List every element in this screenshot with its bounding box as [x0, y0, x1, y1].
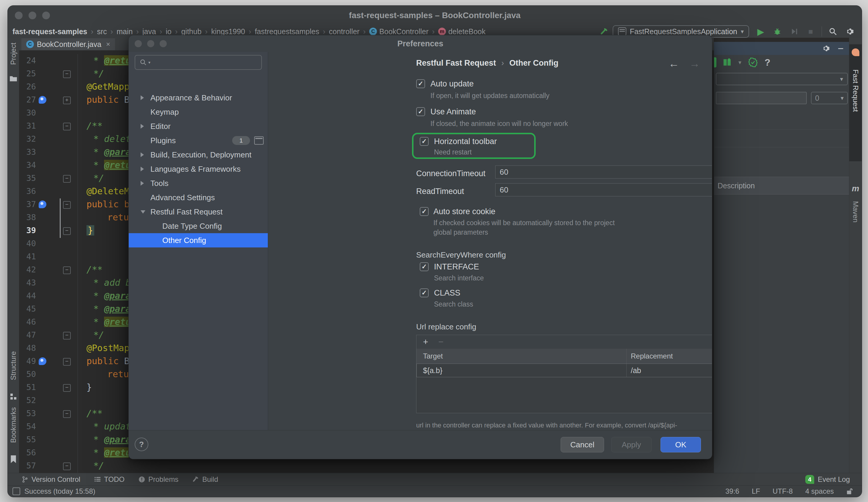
tree-item-keymap[interactable]: Keymap: [129, 105, 268, 119]
fold-icon[interactable]: −: [63, 332, 71, 339]
indent-setting[interactable]: 4 spaces: [805, 487, 834, 495]
cell-target[interactable]: ${a.b}: [416, 366, 626, 375]
tree-item-build[interactable]: Build, Execution, Deployment: [129, 148, 268, 162]
horizontal-toolbar-checkbox[interactable]: ✓: [420, 137, 428, 146]
table-row[interactable]: ${a.b} /ab: [416, 364, 712, 377]
ok-button[interactable]: OK: [661, 437, 701, 452]
chevron-right-icon[interactable]: [141, 124, 144, 129]
project-select[interactable]: ▾: [716, 73, 848, 85]
fold-icon[interactable]: −: [63, 175, 71, 183]
count-select[interactable]: 0 ▾: [811, 92, 848, 104]
api-doc-icon[interactable]: [722, 57, 732, 67]
gear-icon[interactable]: [845, 27, 854, 36]
tool-tab-structure[interactable]: Structure: [8, 362, 19, 400]
tree-item-editor[interactable]: Editor: [129, 119, 268, 133]
breadcrumb-item[interactable]: deleteBook: [448, 27, 485, 36]
help-icon[interactable]: ?: [765, 57, 771, 68]
chevron-right-icon[interactable]: [141, 95, 144, 100]
tool-tab-version-control[interactable]: Version Control: [21, 475, 80, 484]
close-icon[interactable]: ×: [106, 40, 110, 49]
use-animate-checkbox[interactable]: ✓: [416, 107, 425, 116]
tool-tab-build[interactable]: Build: [192, 475, 218, 484]
connection-timeout-input[interactable]: [495, 166, 712, 178]
status-icon[interactable]: [12, 488, 20, 495]
breadcrumb-item[interactable]: BookController: [379, 27, 428, 36]
minimize-dialog-button[interactable]: [147, 40, 154, 47]
tool-tab-fast-request[interactable]: Fast Request: [849, 44, 862, 161]
tool-tab-todo[interactable]: TODO: [94, 475, 125, 484]
fast-request-gutter-icon[interactable]: [39, 200, 46, 208]
read-timeout-input[interactable]: [495, 183, 712, 196]
tree-item-plugins[interactable]: Plugins 1: [129, 133, 268, 148]
search-icon[interactable]: [828, 27, 837, 36]
editor-tab[interactable]: C BookController.java ×: [21, 38, 115, 50]
fold-icon[interactable]: −: [63, 70, 71, 78]
breadcrumb-item[interactable]: fast-request-samples: [12, 27, 87, 36]
chevron-down-icon[interactable]: [141, 210, 145, 213]
fast-request-gutter-icon[interactable]: [39, 357, 46, 365]
check-badge-icon[interactable]: [748, 57, 758, 67]
gear-icon[interactable]: [822, 44, 830, 53]
fold-icon[interactable]: −: [63, 266, 71, 274]
column-header-replacement[interactable]: Replacement: [626, 349, 712, 364]
tool-tab-bookmarks[interactable]: Bookmarks: [8, 421, 19, 463]
line-separator[interactable]: LF: [752, 487, 760, 495]
debug-button[interactable]: [773, 27, 782, 36]
add-row-button[interactable]: +: [423, 337, 428, 347]
auto-update-checkbox[interactable]: ✓: [416, 79, 425, 88]
breadcrumb-item[interactable]: java: [142, 27, 156, 36]
fold-icon[interactable]: −: [63, 227, 71, 235]
cancel-button[interactable]: Cancel: [561, 437, 604, 452]
coverage-button[interactable]: [789, 27, 798, 36]
breadcrumb-item[interactable]: github: [181, 27, 202, 36]
back-arrow-icon[interactable]: ←: [669, 57, 679, 70]
help-button[interactable]: ?: [135, 438, 148, 451]
caret-position[interactable]: 39:6: [725, 487, 739, 495]
settings-breadcrumb-parent[interactable]: Restful Fast Request: [416, 59, 496, 67]
breadcrumb-item[interactable]: main: [116, 27, 133, 36]
tree-item-date-type-config[interactable]: Date Type Config: [129, 219, 268, 233]
tool-tab-maven[interactable]: m Maven: [849, 184, 862, 252]
fold-icon[interactable]: −: [63, 410, 71, 418]
breadcrumb-item[interactable]: kings1990: [211, 27, 245, 36]
maximize-dialog-button[interactable]: [159, 40, 167, 47]
breadcrumb-item[interactable]: fastrequestsamples: [255, 27, 319, 36]
fast-request-gutter-icon[interactable]: [39, 96, 46, 104]
fold-icon[interactable]: −: [63, 201, 71, 209]
file-encoding[interactable]: UTF-8: [773, 487, 793, 495]
column-header-target[interactable]: Target: [416, 352, 626, 360]
chevron-right-icon[interactable]: [141, 153, 144, 157]
breadcrumb-item[interactable]: controller: [329, 27, 360, 36]
tree-item-restful-fast-request[interactable]: Restful Fast Request: [129, 205, 268, 219]
close-dialog-button[interactable]: [135, 40, 142, 47]
fold-icon[interactable]: −: [63, 123, 71, 130]
fold-icon[interactable]: −: [63, 384, 71, 392]
event-log-button[interactable]: 4 Event Log: [805, 475, 850, 484]
stop-button[interactable]: ■: [806, 27, 815, 36]
interface-checkbox[interactable]: ✓: [420, 262, 428, 271]
tool-tab-problems[interactable]: Problems: [138, 475, 178, 484]
chevron-right-icon[interactable]: [141, 181, 144, 186]
cell-replacement[interactable]: /ab: [626, 364, 712, 377]
chevron-right-icon[interactable]: [141, 167, 144, 171]
tool-tab-project[interactable]: Project: [8, 50, 19, 82]
tree-item-other-config[interactable]: Other Config: [129, 233, 268, 248]
run-button[interactable]: ▶: [756, 27, 765, 36]
fold-icon[interactable]: −: [63, 462, 71, 470]
code-editor[interactable]: 24* @retu 25−*/ 26@GetMapp 27+public B 3…: [19, 54, 129, 473]
breadcrumb-item[interactable]: io: [166, 27, 172, 36]
fold-icon[interactable]: +: [63, 96, 71, 104]
tree-item-advanced-settings[interactable]: Advanced Settings: [129, 190, 268, 205]
filter-input[interactable]: [716, 92, 807, 104]
auto-store-cookie-checkbox[interactable]: ✓: [420, 207, 428, 216]
tree-item-appearance[interactable]: Appearance & Behavior: [129, 91, 268, 105]
class-checkbox[interactable]: ✓: [420, 289, 428, 297]
tree-item-languages[interactable]: Languages & Frameworks: [129, 162, 268, 176]
tree-item-tools[interactable]: Tools: [129, 176, 268, 190]
hide-panel-icon[interactable]: −: [838, 45, 844, 51]
dialog-traffic-lights[interactable]: [135, 40, 167, 47]
lock-icon[interactable]: [846, 488, 853, 495]
fold-icon[interactable]: −: [63, 358, 71, 366]
breadcrumb-item[interactable]: src: [97, 27, 107, 36]
settings-search-input[interactable]: ▾: [135, 55, 262, 70]
